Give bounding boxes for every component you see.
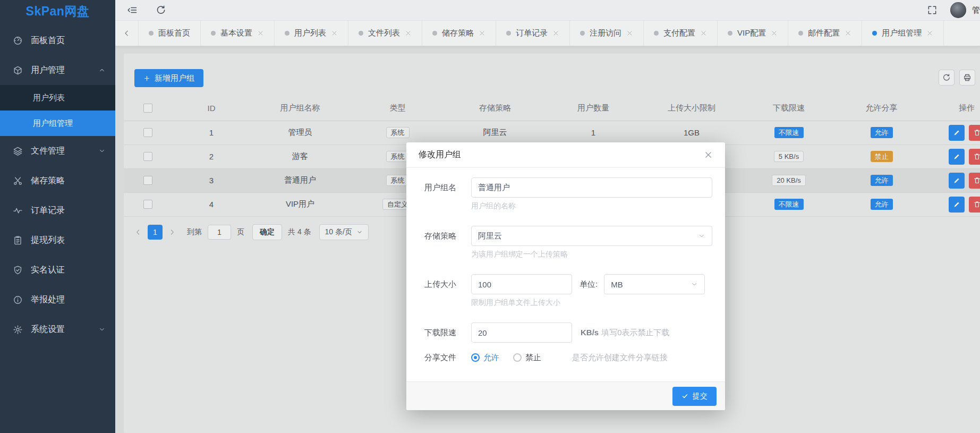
modal-close-icon[interactable]: [704, 150, 713, 159]
modal-body: 用户组名 用户组的名称 存储策略 阿里云 为该用户组绑定一个上传策略 上传大小 …: [406, 168, 725, 381]
edit-user-group-modal: 修改用户组 用户组名 用户组的名称 存储策略 阿里云 为该用户组绑定一个上传策略…: [406, 142, 725, 410]
share-deny-label: 禁止: [525, 353, 541, 363]
radio-unselected-icon: [513, 353, 522, 362]
storage-policy-hint: 为该用户组绑定一个上传策略: [471, 249, 712, 259]
upload-size-input[interactable]: [471, 274, 572, 294]
share-hint: 是否允许创建文件分享链接: [572, 353, 668, 363]
upload-size-label: 上传大小: [419, 279, 456, 290]
modal-header: 修改用户组: [406, 142, 725, 168]
storage-policy-label: 存储策略: [419, 231, 456, 241]
submit-button[interactable]: 提交: [672, 387, 717, 406]
share-deny-radio[interactable]: 禁止: [513, 353, 541, 363]
storage-policy-value: 阿里云: [478, 231, 502, 241]
submit-label: 提交: [693, 392, 708, 401]
modal-title: 修改用户组: [419, 149, 461, 160]
share-allow-label: 允许: [483, 353, 499, 363]
upload-size-hint: 限制用户组单文件上传大小: [471, 298, 712, 307]
unit-select[interactable]: MB: [604, 274, 705, 294]
chevron-down-icon: [691, 281, 698, 288]
group-name-input[interactable]: [471, 177, 712, 198]
unit-value: MB: [611, 280, 623, 289]
download-limit-label: 下载限速: [419, 328, 456, 338]
download-limit-suffix: KB/s填写0表示禁止下载: [581, 328, 670, 338]
group-name-hint: 用户组的名称: [471, 201, 712, 210]
chevron-down-icon: [698, 232, 705, 240]
share-file-label: 分享文件: [419, 353, 456, 363]
storage-policy-select[interactable]: 阿里云: [471, 226, 712, 246]
check-icon: [681, 393, 688, 400]
group-name-label: 用户组名: [419, 183, 456, 193]
download-limit-input[interactable]: [471, 322, 572, 343]
share-allow-radio[interactable]: 允许: [471, 353, 499, 363]
radio-selected-icon: [471, 353, 480, 362]
unit-label: 单位:: [580, 279, 598, 290]
modal-footer: 提交: [406, 381, 725, 410]
